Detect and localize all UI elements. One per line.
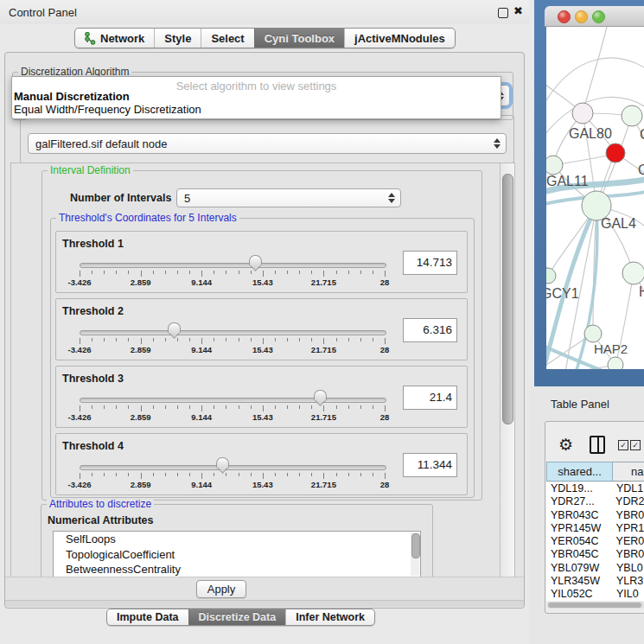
tab-cyni-toolbox[interactable]: Cyni Toolbox <box>254 29 344 48</box>
tab-discretize-data[interactable]: Discretize Data <box>188 609 286 625</box>
tab-jactivemnodules[interactable]: jActiveMNodules <box>344 29 455 48</box>
table-row[interactable]: YBL079WYBL0 <box>546 562 644 575</box>
minor-tick <box>177 271 178 274</box>
horizontal-scrollbar-thumb[interactable] <box>548 603 641 608</box>
network-node[interactable] <box>572 103 593 124</box>
table-row[interactable]: YER054CYER0 <box>546 535 644 548</box>
minor-tick <box>275 405 276 409</box>
threshold-slider-track[interactable] <box>80 263 386 268</box>
settings-scroll-area: Interval Definition Number of Intervals … <box>10 163 515 577</box>
number-of-intervals-label: Number of Intervals <box>70 192 171 204</box>
network-window-titlebar[interactable] <box>545 6 644 27</box>
close-traffic-light[interactable] <box>558 10 571 23</box>
network-node[interactable] <box>622 105 642 126</box>
minor-tick <box>373 338 373 341</box>
network-node[interactable] <box>606 143 625 163</box>
shared-name-cell: YBR043C <box>546 509 613 522</box>
control-panel-tabs: NetworkStyleSelectCyni ToolboxjActiveMNo… <box>74 28 456 48</box>
tick-label: 2.859 <box>121 345 161 354</box>
tick-label: 28 <box>365 277 405 287</box>
zoom-traffic-light[interactable] <box>592 10 605 23</box>
threshold-value-field[interactable]: 21.4 <box>403 386 457 410</box>
tab-infer-network[interactable]: Infer Network <box>285 609 374 625</box>
network-node[interactable] <box>608 357 623 369</box>
attribute-item[interactable]: SelfLoops <box>54 532 420 547</box>
network-node-label: GCY1 <box>546 286 579 301</box>
minor-tick <box>239 271 239 274</box>
minor-tick <box>116 271 117 274</box>
table-row[interactable]: YPR145WYPR1 <box>546 522 644 535</box>
tab-network[interactable]: Network <box>75 29 154 48</box>
gear-icon[interactable]: ⚙ <box>558 435 573 455</box>
table-row[interactable]: YDR27...YDR2 <box>546 495 644 508</box>
minor-tick <box>165 473 166 476</box>
threshold-slider-thumb[interactable] <box>314 390 327 405</box>
tick-label: 28 <box>365 480 405 489</box>
tick-label: 28 <box>365 345 405 354</box>
column-layout-icon[interactable] <box>590 436 605 454</box>
network-node[interactable] <box>546 268 556 284</box>
network-node[interactable] <box>546 156 563 175</box>
tick-label: 9.144 <box>182 277 221 287</box>
network-node[interactable] <box>622 262 644 284</box>
major-tick <box>141 338 142 344</box>
column-header-name[interactable]: name <box>613 462 644 481</box>
tab-select[interactable]: Select <box>201 29 253 48</box>
threshold-slider-track[interactable] <box>80 398 386 403</box>
tab-style[interactable]: Style <box>154 29 201 48</box>
tick-label: 15.43 <box>243 412 283 422</box>
threshold-slider-track[interactable] <box>80 330 386 335</box>
name-cell: YDL1 <box>613 482 643 495</box>
float-window-icon[interactable] <box>498 8 508 18</box>
name-cell: YBL0 <box>613 562 643 575</box>
screen: Control Panel ✖ NetworkStyleSelectCyni T… <box>0 0 644 644</box>
tab-impute-data[interactable]: Impute Data <box>107 609 188 625</box>
shared-name-cell: YIL052C <box>546 588 613 601</box>
apply-button[interactable]: Apply <box>196 580 246 598</box>
threshold-slider-thumb[interactable] <box>249 255 262 271</box>
attribute-item[interactable]: TopologicalCoefficient <box>54 547 420 563</box>
table-row[interactable]: YBR045CYBR0 <box>546 548 644 561</box>
table-row[interactable]: YBR043CYBR0 <box>546 509 644 522</box>
minor-tick <box>92 338 92 341</box>
vertical-scrollbar-thumb[interactable] <box>502 174 513 424</box>
attribute-item[interactable]: BetweennessCentrality <box>54 562 420 577</box>
threshold-slider-thumb[interactable] <box>168 322 181 338</box>
close-icon[interactable]: ✖ <box>513 4 523 17</box>
algorithm-option[interactable]: Manual Discretization <box>14 90 130 103</box>
network-canvas[interactable]: GAL80GGAL11GAL4GCY1HHAP2C <box>546 27 644 369</box>
control-panel-titlebar: Control Panel ✖ <box>0 0 529 24</box>
algorithm-option[interactable]: Equal Width/Frequency Discretization <box>14 103 201 116</box>
table-row[interactable]: YLR345WYLR3 <box>546 575 644 588</box>
checkbox-icon[interactable]: ✓ <box>630 440 641 450</box>
numerical-attributes-list[interactable]: SelfLoopsTopologicalCoefficientBetweenne… <box>53 531 421 577</box>
vertical-scrollbar[interactable] <box>500 163 514 577</box>
threshold-slider-track[interactable] <box>80 465 386 470</box>
threshold-value-field[interactable]: 11.344 <box>403 453 457 477</box>
minor-tick <box>311 271 312 274</box>
threshold-slider-thumb[interactable] <box>216 457 229 473</box>
tick-label: 15.43 <box>243 345 283 354</box>
checkbox-icon[interactable]: ✓ <box>618 440 628 450</box>
minor-tick <box>189 405 190 409</box>
column-header-shared-name[interactable]: shared... <box>546 462 613 481</box>
list-scrollbar[interactable] <box>411 532 419 576</box>
table-row[interactable]: YIL052CYIL0 <box>546 588 644 601</box>
minimize-traffic-light[interactable] <box>575 10 588 23</box>
thresholds-group: Threshold's Coordinates for 5 Intervals … <box>50 218 475 498</box>
major-tick <box>263 271 264 277</box>
major-tick <box>323 405 324 411</box>
panel-title: Control Panel <box>9 6 77 19</box>
network-node[interactable] <box>584 325 602 342</box>
major-tick <box>80 271 80 277</box>
threshold-value-field[interactable]: 6.316 <box>403 318 457 342</box>
minor-tick <box>348 271 349 274</box>
table-data-select[interactable]: galFiltered.sif default node <box>28 133 507 154</box>
threshold-value-field[interactable]: 14.713 <box>403 251 457 275</box>
horizontal-scrollbar[interactable] <box>547 602 644 609</box>
table-row[interactable]: YDL19...YDL1 <box>546 482 644 495</box>
tick-label: 21.715 <box>303 277 343 287</box>
number-of-intervals-select[interactable]: 5 <box>176 188 401 207</box>
minor-tick <box>214 405 214 409</box>
shared-name-cell: YPR145W <box>546 522 613 535</box>
